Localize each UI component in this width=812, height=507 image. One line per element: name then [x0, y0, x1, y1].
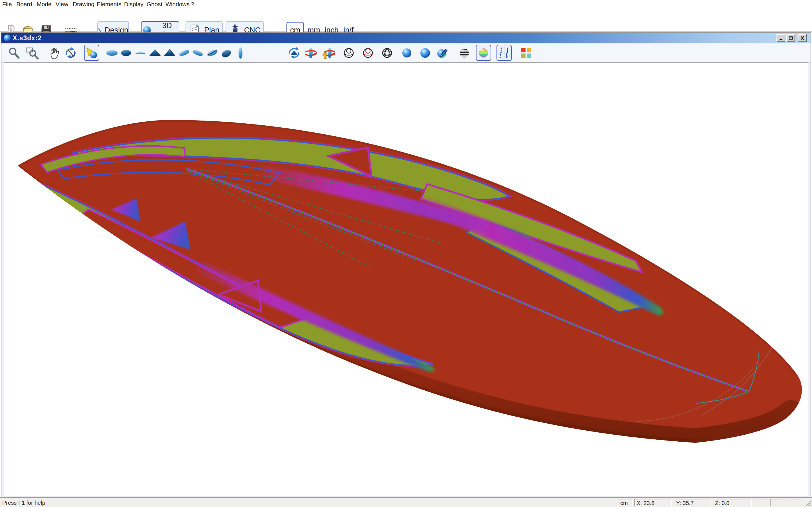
status-x-coord: X: 23.8	[635, 499, 672, 506]
view-perspective-1-icon	[177, 46, 191, 60]
view-bottom-icon	[119, 46, 133, 60]
view-toolbar	[1, 43, 811, 62]
flow-lines-icon	[497, 46, 511, 60]
view-nose-icon	[148, 46, 162, 60]
view-perspective-3-button[interactable]	[205, 45, 220, 61]
minimize-icon	[778, 36, 784, 41]
wireframe-button[interactable]	[341, 45, 356, 61]
view-rocker-button[interactable]	[133, 45, 148, 61]
close-button[interactable]	[798, 34, 807, 42]
wireframe-contours-button[interactable]	[360, 45, 375, 61]
view-side-icon	[234, 46, 247, 60]
status-message: Press F1 for help	[2, 500, 45, 506]
color-palette-button[interactable]	[518, 45, 534, 61]
menu-windows[interactable]: Windows	[165, 1, 190, 8]
surfboard-3d-render	[4, 63, 807, 496]
menu-mode[interactable]: Mode	[37, 1, 52, 8]
view-top-button[interactable]	[104, 45, 119, 61]
pan-hand-icon	[48, 46, 62, 60]
flow-lines-button[interactable]	[497, 45, 512, 61]
lighting-button[interactable]	[84, 45, 99, 61]
view-nose-button[interactable]	[147, 45, 163, 61]
render-paint-button[interactable]	[435, 45, 450, 61]
menu-help[interactable]: ?	[191, 1, 194, 8]
status-y-coord: Y: 35.7	[674, 499, 711, 506]
rotate-3d-icon	[64, 46, 77, 60]
lighting-icon	[85, 46, 98, 60]
zoom-tool-button[interactable]	[6, 45, 22, 61]
zoom-window-button[interactable]	[24, 45, 40, 61]
view-tail-icon	[163, 46, 176, 60]
status-z-coord: Z: 0.0	[713, 499, 752, 506]
menu-drawing[interactable]: Drawing	[73, 1, 94, 8]
rotate-horizontal-icon	[304, 46, 317, 60]
rotate-nose-view-button[interactable]	[287, 45, 302, 61]
window-titlebar[interactable]: X.s3dx:2	[1, 33, 811, 43]
view-perspective-4-button[interactable]	[218, 45, 234, 61]
view-perspective-3-icon	[206, 46, 219, 60]
render-smooth-icon	[400, 46, 414, 60]
zoom-icon	[7, 46, 21, 60]
rotate-3d-button[interactable]	[63, 45, 78, 61]
document-window: X.s3dx:2	[1, 33, 811, 497]
status-bar: Press F1 for help cm X: 23.8 Y: 35.7 Z: …	[0, 497, 812, 507]
main-toolbar: 1 0 Design 3D view Plan	[0, 8, 812, 32]
zoom-window-icon	[25, 46, 39, 60]
color-palette-icon	[519, 46, 533, 60]
flip-vertical-icon	[322, 46, 335, 60]
curvature-sphere-icon	[477, 46, 490, 60]
minimize-button[interactable]	[776, 34, 785, 42]
menu-elements[interactable]: Elements	[97, 1, 121, 8]
mesh-sphere-icon	[380, 46, 394, 60]
status-unit: cm	[618, 499, 633, 506]
render-shaded-icon	[418, 46, 432, 60]
view-perspective-1-button[interactable]	[176, 45, 192, 61]
curvature-map-button[interactable]	[476, 45, 491, 61]
view-perspective-2-icon	[191, 46, 205, 60]
pan-tool-button[interactable]	[47, 45, 63, 61]
status-panel-empty-1	[754, 499, 768, 506]
flip-vertical-button[interactable]	[321, 45, 336, 61]
view-bottom-button[interactable]	[118, 45, 134, 61]
status-panel-empty-2	[770, 499, 784, 506]
view-perspective-2-button[interactable]	[190, 45, 206, 61]
mesh-button[interactable]	[379, 45, 395, 61]
window-sphere-icon	[3, 34, 11, 42]
rotate-nose-icon	[287, 46, 301, 60]
wireframe-contours-icon	[361, 46, 375, 60]
render-smooth-button[interactable]	[399, 45, 414, 61]
menu-file[interactable]: File	[2, 1, 12, 8]
menu-board[interactable]: Board	[16, 1, 32, 8]
menu-display[interactable]: Display	[124, 1, 144, 8]
rotate-horizontal-button[interactable]	[303, 45, 318, 61]
menu-view[interactable]: View	[56, 1, 68, 8]
render-shaded-button[interactable]	[417, 45, 433, 61]
window-title: X.s3dx:2	[13, 34, 42, 42]
view-tail-button[interactable]	[162, 45, 177, 61]
restore-icon	[788, 36, 794, 41]
close-icon	[800, 36, 805, 41]
view-rocker-icon	[134, 46, 147, 60]
menu-bar: File Board Mode View Drawing Elements Di…	[0, 0, 812, 8]
resize-grip[interactable]	[804, 499, 811, 507]
view-top-icon	[105, 46, 119, 60]
zebra-button[interactable]	[457, 45, 472, 61]
viewport-3d[interactable]	[4, 62, 808, 497]
render-paint-icon	[435, 46, 449, 60]
menu-ghost[interactable]: Ghost	[147, 1, 162, 8]
zebra-sphere-icon	[458, 46, 471, 60]
wireframe-sphere-icon	[342, 46, 356, 60]
view-side-button[interactable]	[233, 45, 248, 61]
restore-button[interactable]	[786, 34, 795, 42]
status-panel-empty-3	[786, 499, 801, 506]
view-perspective-4-icon	[219, 46, 233, 60]
